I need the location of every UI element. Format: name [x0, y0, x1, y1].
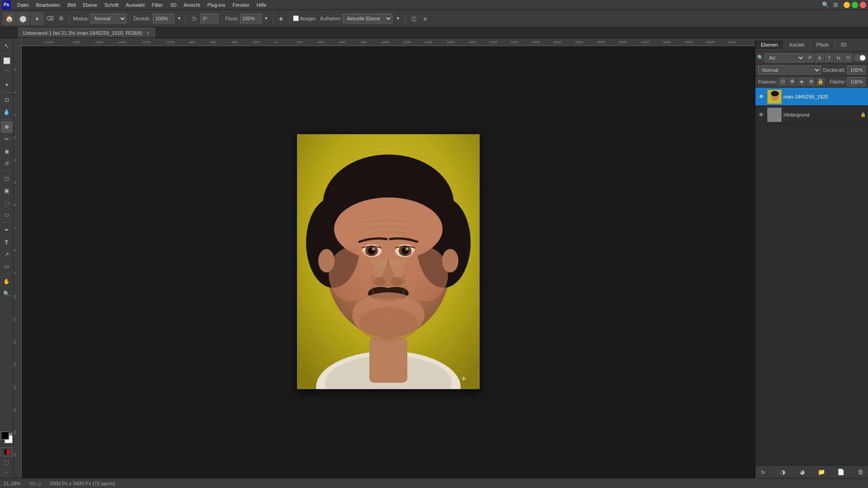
search-icon[interactable]: 🔍 [821, 1, 830, 9]
text-tool[interactable]: T [1, 236, 13, 248]
pressure-btn[interactable]: ⌀ [420, 14, 430, 23]
ausger-checkbox[interactable] [293, 15, 299, 21]
mode-select[interactable]: Normal [90, 14, 127, 23]
create-adjustment-btn[interactable]: ◕ [797, 467, 807, 477]
menu-bearbeiten[interactable]: Bearbeiten [33, 1, 64, 9]
menu-bild[interactable]: Bild [64, 1, 79, 9]
navigator-controls[interactable]: ◁ ▷ △ [28, 480, 42, 486]
marquee-tool[interactable]: ⬜ [1, 55, 13, 66]
aktuelle-ebene-select[interactable]: Aktuelle Ebene [343, 14, 392, 23]
fluss-input[interactable] [240, 14, 262, 23]
layers-blend-row: Normal Deckkraft: [755, 64, 868, 76]
active-tab[interactable]: Unbenannt-1 bei 21,3% (man-1845259_1920,… [18, 28, 155, 38]
home-btn[interactable]: 🏠 [3, 12, 15, 25]
menu-3d[interactable]: 3D [166, 1, 180, 9]
svg-text:-1800: -1800 [71, 40, 81, 44]
menu-hilfe[interactable]: Hilfe [253, 1, 270, 9]
menu-filter[interactable]: Filter [148, 1, 166, 9]
extra-tools-btn[interactable]: ··· [1, 468, 13, 476]
lock-position-btn[interactable]: ◈ [797, 78, 806, 86]
menu-schrift[interactable]: Schrift [101, 1, 122, 9]
menu-ebene[interactable]: Ebene [79, 1, 101, 9]
heal-tool[interactable]: ✚ [1, 121, 13, 133]
svg-text:15: 15 [14, 408, 17, 412]
tab-kanaele[interactable]: Kanäle [784, 40, 811, 49]
tab-pfade[interactable]: Pfade [811, 40, 835, 49]
layer-item-hintergrund[interactable]: 👁 Hintergrund 🔒 [755, 106, 868, 124]
menu-auswahl[interactable]: Auswahl [122, 1, 148, 9]
deckdraft-dropdown[interactable]: ▼ [176, 14, 182, 23]
lasso-tool[interactable]: ⌒ [1, 67, 13, 79]
clone-tool[interactable]: ◉ [1, 145, 13, 157]
zoom-tool[interactable]: 🔍 [1, 288, 13, 300]
quick-mask-btn[interactable] [1, 447, 13, 456]
brush-size-preview[interactable]: ● [31, 12, 43, 25]
lock-artboards-btn[interactable]: ⊞ [807, 78, 815, 86]
filter-icon-2[interactable]: A [816, 54, 824, 62]
layer-lock-icon: 🔒 [860, 112, 866, 118]
create-layer-btn[interactable]: 📄 [836, 467, 846, 477]
shape-tool[interactable]: ▭ [1, 261, 13, 272]
filter-toggle[interactable] [854, 54, 866, 61]
filter-type-select[interactable]: Art [765, 53, 805, 62]
ruler-corner [14, 38, 22, 46]
filter-icon-4[interactable]: fx [835, 54, 843, 62]
add-mask-btn[interactable]: ◑ [778, 467, 788, 477]
svg-point-71 [391, 277, 404, 286]
lock-image-btn[interactable]: ✥ [788, 78, 796, 86]
minimize-btn[interactable] [844, 2, 850, 8]
magic-wand-tool[interactable]: ✦ [1, 79, 13, 91]
delete-layer-btn[interactable]: 🗑 [855, 467, 865, 477]
layer-item[interactable]: 👁 man-1845259_1920 [755, 88, 868, 106]
angle-icon[interactable]: ◷ [189, 14, 199, 23]
deckdraft-input[interactable] [153, 14, 175, 23]
tab-ebenen[interactable]: Ebenen [755, 40, 784, 49]
crop-tool[interactable]: ⊡ [1, 94, 13, 106]
tool-btn-b[interactable]: ⚙ [56, 14, 66, 23]
aktuelle-dropdown[interactable]: ▼ [394, 14, 402, 23]
gradient-tool[interactable]: ▣ [1, 185, 13, 197]
tab-3d[interactable]: 3D [835, 40, 852, 49]
svg-text:4000: 4000 [706, 40, 714, 44]
lock-transparent-btn[interactable]: ⊡ [778, 78, 787, 86]
eraser-tool[interactable]: ◻ [1, 173, 13, 184]
brush-tool[interactable]: ✏ [1, 133, 13, 145]
history-brush-tool[interactable]: ↺ [1, 158, 13, 169]
screen-mode-btn[interactable]: ⬚ [1, 458, 13, 467]
move-tool[interactable]: ↖ [1, 40, 13, 52]
layer-visibility-eye[interactable]: 👁 [757, 93, 765, 101]
blend-mode-select[interactable]: Normal [758, 66, 821, 75]
blur-tool[interactable]: ◌ [1, 197, 13, 209]
maximize-btn[interactable] [852, 2, 858, 8]
filter-icon-1[interactable]: P [806, 54, 814, 62]
create-group-btn[interactable]: 📁 [816, 467, 826, 477]
brush-icon[interactable]: ⬤ [17, 12, 29, 25]
filter-icon-5[interactable]: ⊙ [844, 54, 852, 62]
workspace-btn[interactable]: ⊞ [831, 1, 840, 9]
menu-ansicht[interactable]: Ansicht [180, 1, 203, 9]
add-style-btn[interactable]: fx [758, 467, 768, 477]
menu-plugins[interactable]: Plug-ins [203, 1, 229, 9]
path-select-tool[interactable]: ↗ [1, 249, 13, 260]
airbrush-btn[interactable]: ◈ [276, 14, 286, 23]
tab-close-btn[interactable]: × [147, 30, 150, 36]
layer-visibility-eye-2[interactable]: 👁 [757, 111, 765, 119]
menu-fenster[interactable]: Fenster [229, 1, 253, 9]
canvas-image[interactable] [297, 134, 480, 390]
tool-btn-a[interactable]: ⌫ [45, 14, 55, 23]
statusbar: 21,28% ◁ ▷ △ 2500 Px x 3400 Px (72 ppcm) [0, 478, 868, 488]
foreground-color[interactable] [1, 432, 9, 440]
eyedropper-tool[interactable]: 💧 [1, 106, 13, 118]
close-btn[interactable] [860, 2, 866, 8]
opacity-input[interactable] [847, 66, 865, 75]
lock-all-btn[interactable]: 🔒 [816, 78, 825, 86]
angle-input[interactable] [200, 14, 218, 23]
smoothing-btn[interactable]: ◫ [409, 14, 419, 23]
dodge-tool[interactable]: ⬭ [1, 209, 13, 221]
fill-input[interactable] [847, 77, 865, 86]
filter-icon-3[interactable]: T [825, 54, 833, 62]
menu-datei[interactable]: Datei [14, 1, 33, 9]
hand-tool[interactable]: ✋ [1, 276, 13, 287]
fluss-dropdown[interactable]: ▼ [263, 14, 269, 23]
pen-tool[interactable]: ✒ [1, 224, 13, 236]
